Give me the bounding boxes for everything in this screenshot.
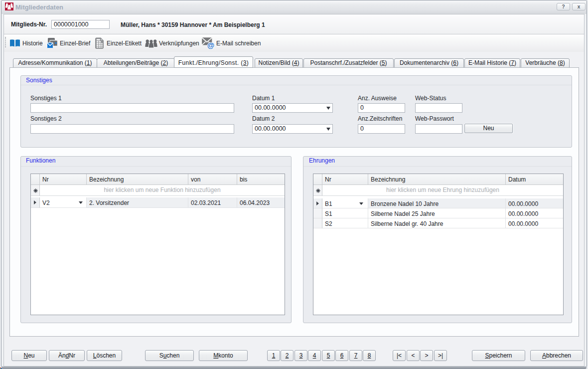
svg-text:@: @ — [207, 41, 214, 49]
